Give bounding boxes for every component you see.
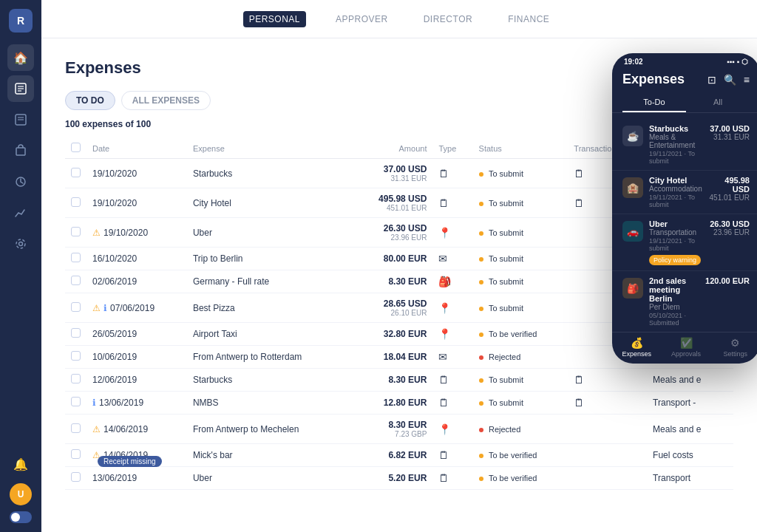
row-status: To submit [473,248,568,270]
table-row[interactable]: 16/10/2020 Trip to Berlin 80.00 EUR ✉ To… [65,248,733,270]
row-transactions [568,444,647,467]
row-expense-name: City Hotel [187,188,351,218]
row-type: 📍 [432,415,472,444]
status-text: To submit [489,254,523,263]
row-checkbox[interactable] [71,168,81,177]
row-date: 10/06/2019 [86,346,187,369]
sidebar-item-expenses[interactable] [7,75,34,102]
table-row[interactable]: 10/06/2019 From Antwerp to Rotterdam 18.… [65,346,733,369]
amount-main: 12.80 EUR [357,398,427,408]
row-type: 🗒 [432,188,472,218]
row-status: To submit [473,392,568,415]
table-row[interactable]: 19/10/2020 Starbucks 37.00 USD 31.31 EUR… [65,159,733,188]
table-row[interactable]: 26/05/2019 Airport Taxi 32.80 EUR 📍 To b… [65,323,733,346]
row-type: 📍 [432,218,472,248]
add-expense-label: + Add expense [644,62,712,73]
amount-sub: 31.31 EUR [357,174,427,183]
sidebar-item-company[interactable] [7,137,34,164]
row-checkbox[interactable] [71,197,81,207]
table-row[interactable]: ℹ13/06/2019 NMBS 12.80 EUR 🗒 To submit 🗒… [65,392,733,415]
col-header-category: Category [647,138,733,159]
row-checkbox[interactable] [71,449,81,459]
row-checkbox[interactable] [71,227,81,236]
sidebar-item-time[interactable] [7,168,34,195]
row-category: Meals and e [647,369,733,392]
amount-main: 6.82 EUR [357,450,427,460]
sidebar-item-settings[interactable] [7,231,34,257]
status-text: To submit [489,169,523,178]
table-row[interactable]: 12/06/2019 Starbucks 8.30 EUR 🗒 To submi… [65,369,733,392]
status-dot [479,477,483,481]
table-row[interactable]: ⚠ ℹ07/06/2019 Best Pizza 28.65 USD 26.10… [65,293,733,323]
row-checkbox[interactable] [71,423,81,433]
row-amount: 32.80 EUR [351,323,433,346]
status-text: Rejected [489,425,520,434]
row-transactions [568,248,647,270]
warning-icon: ⚠ [92,228,101,238]
nav-tab-approver[interactable]: APPROVER [330,11,394,27]
table-row[interactable]: ⚠14/06/2019 Mick's bar 6.82 EUR 🗒 To be … [65,444,733,467]
row-transactions [568,270,647,293]
status-text: To submit [489,277,523,286]
row-date-text: 19/10/2020 [103,228,148,238]
row-expense-name: From Antwerp to Mechelen [187,415,351,444]
row-category: Accommodat [647,188,733,218]
app-logo[interactable]: R [9,9,33,33]
col-header-transactions: Transactions [568,138,647,159]
col-header-date: Date [86,138,187,159]
row-checkbox[interactable] [71,397,81,406]
table-row[interactable]: ⚠19/10/2020 Uber 26.30 USD 23.96 EUR 📍 T… [65,218,733,248]
row-category: Per diem [647,248,733,270]
sidebar: R 🏠 [0,0,41,532]
row-checkbox[interactable] [71,276,81,285]
status-text: To submit [489,199,523,208]
filter-tab-todo[interactable]: TO DO [65,91,115,110]
row-date: ⚠ ℹ07/06/2019 [86,293,187,323]
row-checkbox[interactable] [71,351,81,361]
status-dot [479,355,483,360]
row-expense-name: Uber [187,218,351,248]
row-date: 19/10/2020 [86,159,187,188]
row-date: ⚠19/10/2020 [86,218,187,248]
user-avatar[interactable]: U [10,483,32,505]
notification-icon[interactable]: 🔔 [7,451,34,477]
sidebar-item-home[interactable]: 🏠 [7,44,34,71]
row-category: Meals and e [647,293,733,323]
row-checkbox[interactable] [71,302,81,312]
nav-tab-director[interactable]: DIRECTOR [418,11,478,27]
status-dot [479,332,483,337]
nav-tab-finance[interactable]: FINANCE [502,11,555,27]
table-row[interactable]: ⚠14/06/2019 From Antwerp to Mechelen 8.3… [65,415,733,444]
table-row[interactable]: 02/06/2019 Germany - Full rate 8.30 EUR … [65,270,733,293]
nav-tab-personal[interactable]: PERSONAL [243,11,306,27]
row-checkbox[interactable] [71,253,81,262]
table-row[interactable]: 13/06/2019 Uber 5.20 EUR 🗒 To be verifie… [65,467,733,490]
row-amount: 28.65 USD 26.10 EUR [351,293,433,323]
sidebar-item-analytics[interactable] [7,200,34,226]
status-dot [479,401,483,406]
row-checkbox[interactable] [71,472,81,482]
sidebar-item-reports[interactable] [7,106,34,133]
row-date: 26/05/2019 [86,323,187,346]
svg-point-9 [19,242,23,246]
add-expense-button[interactable]: + Add expense ▾ [631,56,733,79]
theme-toggle[interactable] [10,511,32,523]
amount-main: 8.30 EUR [357,276,427,287]
row-checkbox[interactable] [71,328,81,338]
row-checkbox[interactable] [71,374,81,383]
row-type: 🗒 [432,467,472,490]
status-dot [479,307,483,311]
row-category: Fuel costs [647,444,733,467]
status-text: To submit [489,375,523,384]
row-transactions [568,467,647,490]
select-all-checkbox[interactable] [71,143,81,152]
status-text: To be verified [489,474,537,482]
row-transactions [568,293,647,323]
row-transactions: 🗒 [568,369,647,392]
receipt-missing-badge: Receipt missing [98,455,162,468]
row-type: ✉ [432,346,472,369]
table-row[interactable]: 19/10/2020 City Hotel 495.98 USD 451.01 … [65,188,733,218]
filter-tab-all[interactable]: ALL EXPENSES [121,91,211,110]
row-transactions: 🗒 [568,159,647,188]
row-category: Transport [647,323,733,346]
